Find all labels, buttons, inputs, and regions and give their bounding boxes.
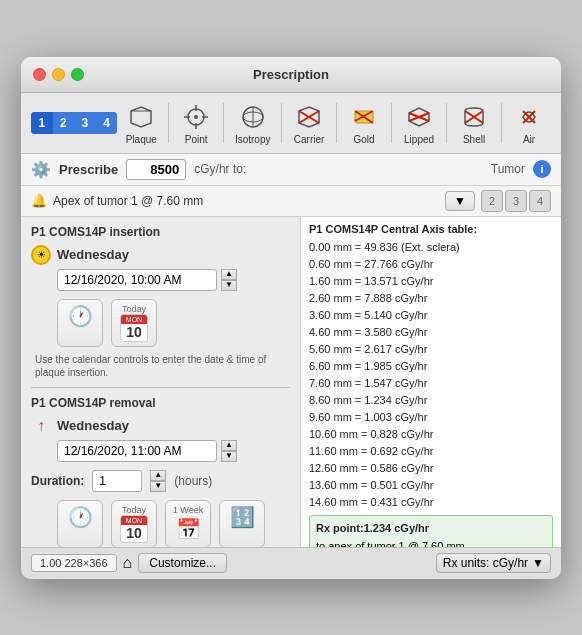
tab-3[interactable]: 3 — [74, 112, 96, 134]
table-row: 13.60 mm = 0.501 cGy/hr — [309, 477, 553, 494]
maximize-button[interactable] — [71, 68, 84, 81]
main-content: P1 COMS14P insertion ☀ Wednesday ▲ ▼ 🕐 T… — [21, 217, 561, 547]
table-row: 5.60 mm = 2.617 cGy/hr — [309, 341, 553, 358]
shell-tool[interactable]: Shell — [452, 99, 496, 147]
duration-stepper-down[interactable]: ▼ — [150, 481, 166, 492]
page-btn-3[interactable]: 3 — [505, 190, 527, 212]
left-panel: P1 COMS14P insertion ☀ Wednesday ▲ ▼ 🕐 T… — [21, 217, 301, 547]
gold-icon — [348, 101, 380, 133]
central-axis-title: P1 COMS14P Central Axis table: — [309, 223, 553, 235]
isotropy-tool[interactable]: Isotropy — [229, 99, 276, 147]
removal-date-input[interactable] — [57, 440, 217, 462]
removal-date-row: ▲ ▼ — [57, 440, 290, 462]
insertion-date-row: ▲ ▼ — [57, 269, 290, 291]
right-panel: P1 COMS14P Central Axis table: 0.00 mm =… — [301, 217, 561, 547]
removal-arrow-icon: ↑ — [31, 416, 51, 436]
table-row: 10.60 mm = 0.828 cGy/hr — [309, 426, 553, 443]
divider-3 — [281, 103, 282, 143]
air-icon — [513, 101, 545, 133]
insertion-today-btn[interactable]: Today MON 10 — [111, 299, 157, 347]
carrier-icon — [293, 101, 325, 133]
section-divider — [31, 387, 290, 388]
removal-clock-btn[interactable]: 🕐 — [57, 500, 103, 547]
table-row: 7.60 mm = 1.547 cGy/hr — [309, 375, 553, 392]
customize-button[interactable]: Customize... — [138, 553, 227, 573]
removal-calc-btn[interactable]: 🔢 — [219, 500, 265, 547]
insertion-sun-icon: ☀ — [31, 245, 51, 265]
insertion-clock-btn[interactable]: 🕐 — [57, 299, 103, 347]
page-btn-2[interactable]: 2 — [481, 190, 503, 212]
rx-apex: to apex of tumor 1 @ 7.60 mm — [316, 538, 546, 547]
toolbar: 1 2 3 4 Plaque — [21, 93, 561, 154]
apex-dropdown[interactable]: ▼ — [445, 191, 475, 211]
plaque-icon — [125, 101, 157, 133]
shell-icon — [458, 101, 490, 133]
lipped-icon — [403, 101, 435, 133]
prescribe-unit: cGy/hr to: — [194, 162, 246, 176]
air-tool[interactable]: Air — [507, 99, 551, 147]
prescribe-input[interactable] — [126, 159, 186, 180]
isotropy-label: Isotropy — [235, 134, 271, 145]
removal-title: P1 COMS14P removal — [31, 396, 290, 410]
insertion-stepper-up[interactable]: ▲ — [221, 269, 237, 280]
rx-point: Rx point:1.234 cGy/hr — [316, 520, 546, 538]
plaque-label: Plaque — [126, 134, 157, 145]
prescribe-tumor: Tumor — [491, 162, 525, 176]
page-buttons: 2 3 4 — [481, 190, 551, 212]
apex-icon: 🔔 — [31, 193, 47, 208]
insertion-today-label: Today — [122, 304, 146, 314]
tab-4[interactable]: 4 — [96, 112, 118, 134]
duration-stepper-up[interactable]: ▲ — [150, 470, 166, 481]
close-button[interactable] — [33, 68, 46, 81]
apex-label: Apex of tumor 1 @ 7.60 mm — [53, 194, 439, 208]
lipped-tool[interactable]: Lipped — [397, 99, 441, 147]
rx-section: Rx point:1.234 cGy/hr to apex of tumor 1… — [309, 515, 553, 546]
removal-week-btn[interactable]: 1 Week 📅 — [165, 500, 211, 547]
point-icon — [180, 101, 212, 133]
bottom-bar: 1.00 228×366 ⌂ Customize... Rx units: cG… — [21, 547, 561, 579]
carrier-tool[interactable]: Carrier — [287, 99, 331, 147]
tab-1[interactable]: 1 — [31, 112, 53, 134]
removal-stepper-down[interactable]: ▼ — [221, 451, 237, 462]
titlebar: Prescription — [21, 57, 561, 93]
prescribe-bar: ⚙️ Prescribe cGy/hr to: Tumor i — [21, 154, 561, 186]
table-row: 1.60 mm = 13.571 cGy/hr — [309, 273, 553, 290]
insertion-date-input[interactable] — [57, 269, 217, 291]
divider-6 — [446, 103, 447, 143]
window-title: Prescription — [253, 67, 329, 82]
table-row: 2.60 mm = 7.888 cGy/hr — [309, 290, 553, 307]
page-btn-4[interactable]: 4 — [529, 190, 551, 212]
home-icon[interactable]: ⌂ — [123, 554, 133, 572]
removal-today-btn[interactable]: Today MON 10 — [111, 500, 157, 547]
rx-units-select[interactable]: Rx units: cGy/hr ▼ — [436, 553, 551, 573]
plaque-tool[interactable]: Plaque — [119, 99, 163, 147]
table-row: 11.60 mm = 0.692 cGy/hr — [309, 443, 553, 460]
duration-row: Duration: ▲ ▼ (hours) — [31, 470, 290, 492]
info-icon[interactable]: i — [533, 160, 551, 178]
rx-units-label: Rx units: cGy/hr — [443, 556, 528, 570]
removal-stepper-up[interactable]: ▲ — [221, 440, 237, 451]
tab-group: 1 2 3 4 — [31, 112, 117, 134]
insertion-title: P1 COMS14P insertion — [31, 225, 290, 239]
minimize-button[interactable] — [52, 68, 65, 81]
point-tool[interactable]: Point — [174, 99, 218, 147]
table-row: 9.60 mm = 1.003 cGy/hr — [309, 409, 553, 426]
gold-tool[interactable]: Gold — [342, 99, 386, 147]
duration-input[interactable] — [92, 470, 142, 492]
lipped-label: Lipped — [404, 134, 434, 145]
insertion-stepper: ▲ ▼ — [221, 269, 237, 291]
insertion-stepper-down[interactable]: ▼ — [221, 280, 237, 291]
table-row: 3.60 mm = 5.140 cGy/hr — [309, 307, 553, 324]
removal-week-label: 1 Week — [173, 505, 203, 515]
divider-2 — [223, 103, 224, 143]
removal-today-num: 10 — [126, 525, 142, 541]
gold-label: Gold — [354, 134, 375, 145]
removal-today-label: Today — [122, 505, 146, 515]
point-label: Point — [185, 134, 208, 145]
tab-2[interactable]: 2 — [53, 112, 75, 134]
insertion-day: Wednesday — [57, 247, 129, 262]
prescribe-label: Prescribe — [59, 162, 118, 177]
divider-4 — [336, 103, 337, 143]
table-row: 8.60 mm = 1.234 cGy/hr — [309, 392, 553, 409]
table-row: 0.00 mm = 49.836 (Ext. sclera) — [309, 239, 553, 256]
